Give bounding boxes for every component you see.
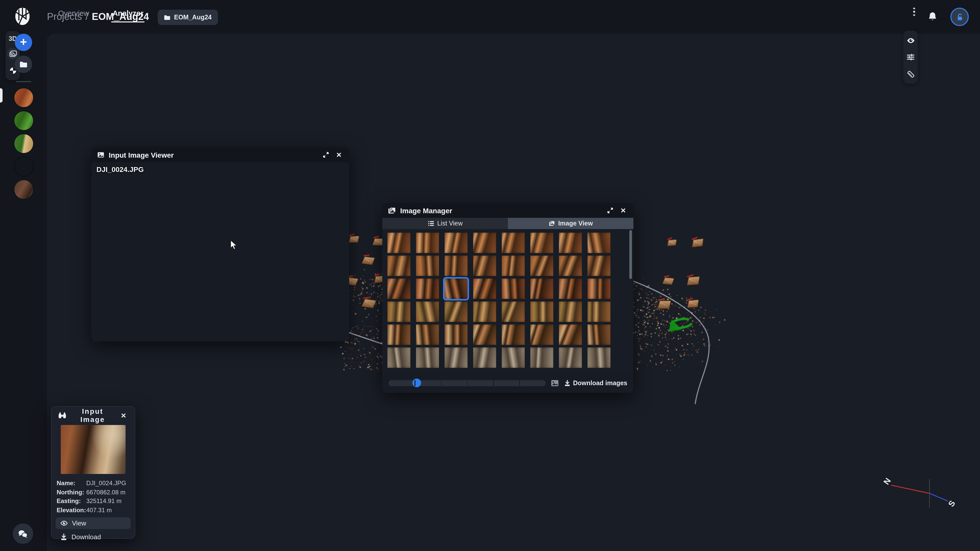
image-thumbnail-r3c7[interactable] (559, 279, 582, 299)
image-thumbnail-r3c6[interactable] (530, 279, 553, 299)
app-logo[interactable] (13, 6, 32, 26)
image-thumbnail-r1c4[interactable] (473, 233, 496, 253)
image-thumbnail-r2c2[interactable] (416, 256, 439, 276)
image-thumbnail-r6c2[interactable] (416, 348, 439, 368)
input-panel-close-button[interactable]: × (119, 411, 128, 420)
image-thumbnail-r4c4[interactable] (473, 302, 496, 322)
manager-tab-image-view[interactable]: Image View (508, 218, 633, 229)
sidebar-divider (16, 81, 31, 82)
viewer-image[interactable]: DJI_0024.JPG (91, 162, 349, 341)
image-thumbnail-r1c5[interactable] (502, 233, 525, 253)
filters-sliders-icon[interactable] (905, 52, 916, 63)
binoculars-icon (58, 412, 66, 419)
image-thumbnail-r6c8[interactable] (587, 348, 611, 368)
image-thumbnail-r6c5[interactable] (502, 348, 525, 368)
input-image-thumbnail[interactable] (61, 425, 126, 474)
compass-south-label: S (946, 499, 957, 508)
image-thumbnail-r1c6[interactable] (530, 233, 553, 253)
manager-scrollbar[interactable] (629, 230, 632, 279)
image-thumbnail-r3c2[interactable] (416, 279, 439, 299)
viewer-panel-header[interactable]: Input Image Viewer × (91, 148, 349, 162)
image-thumbnail-r5c1[interactable] (387, 324, 410, 345)
image-thumbnail-r1c1[interactable] (387, 233, 410, 253)
viewer-image-filename: DJI_0024.JPG (97, 165, 144, 173)
image-thumbnail-r4c8[interactable] (587, 302, 611, 322)
image-thumbnail-r2c1[interactable] (387, 256, 410, 276)
image-thumbnail-r5c7[interactable] (559, 324, 582, 345)
image-thumbnail-r2c7[interactable] (559, 256, 582, 276)
image-thumbnail-r5c5[interactable] (502, 324, 525, 345)
project-thumbnail-5[interactable] (14, 180, 33, 199)
project-badge[interactable]: EOM_Aug24 (158, 10, 218, 25)
measure-ruler-icon[interactable] (905, 68, 916, 79)
project-thumbnail-2[interactable] (14, 111, 33, 130)
image-thumbnail-r5c2[interactable] (416, 324, 439, 345)
image-thumbnail-r6c7[interactable] (559, 348, 582, 368)
image-thumbnail-r4c3[interactable] (445, 302, 468, 322)
slider-thumb[interactable] (413, 379, 422, 387)
image-thumbnail-r1c8[interactable] (587, 233, 611, 253)
account-lock-button[interactable] (950, 8, 969, 26)
image-thumbnail-r4c1[interactable] (387, 302, 410, 322)
view-eye-icon (60, 519, 68, 526)
visibility-eye-icon[interactable] (905, 35, 916, 46)
viewer-expand-button[interactable] (321, 150, 330, 159)
manager-tab-list-view[interactable]: List View (382, 218, 508, 229)
image-thumbnail-r5c4[interactable] (473, 324, 496, 345)
add-project-button[interactable]: + (15, 34, 32, 51)
download-button[interactable]: Download (56, 531, 130, 543)
thumbnail-size-icon (550, 380, 558, 386)
viewer-close-button[interactable]: × (334, 150, 344, 159)
compass-gizmo[interactable]: N S (868, 467, 980, 523)
thumbnail-size-slider[interactable] (388, 380, 546, 386)
chat-support-button[interactable] (13, 524, 33, 544)
image-thumbnail-r6c4[interactable] (473, 348, 496, 368)
manager-panel-title: Image Manager (400, 206, 452, 214)
input-image-viewer-panel: Input Image Viewer × DJI_0024.JPG (91, 148, 349, 341)
image-thumbnail-r1c3[interactable] (445, 233, 468, 253)
image-thumbnail-r2c4[interactable] (473, 256, 496, 276)
input-panel-title: Input Image (71, 407, 115, 424)
image-thumbnail-r5c3[interactable] (445, 324, 468, 345)
image-thumbnail-r3c8[interactable] (587, 279, 611, 299)
active-project-indicator (0, 88, 3, 103)
manager-expand-button[interactable] (605, 206, 614, 215)
image-thumbnail-r6c6[interactable] (530, 348, 553, 368)
image-thumbnail-r4c6[interactable] (530, 302, 553, 322)
image-thumbnail-r6c3[interactable] (445, 348, 468, 368)
manager-thumbnail-grid (382, 229, 633, 373)
image-thumbnail-r5c8[interactable] (587, 324, 611, 345)
breadcrumb[interactable]: Projects / EOM_Aug24 (47, 0, 149, 34)
image-thumbnail-r2c6[interactable] (530, 256, 553, 276)
image-thumbnail-r6c1[interactable] (387, 348, 410, 368)
image-thumbnail-r2c5[interactable] (502, 256, 525, 276)
slider-tick (441, 380, 442, 386)
project-thumbnail-4[interactable] (14, 157, 33, 176)
unlock-icon (955, 13, 964, 21)
image-thumbnail-r3c4[interactable] (473, 279, 496, 299)
manager-panel-header[interactable]: Image Manager × (382, 203, 633, 218)
image-thumbnail-r1c2[interactable] (416, 233, 439, 253)
project-thumbnail-1[interactable] (14, 88, 33, 107)
image-thumbnail-r4c5[interactable] (502, 302, 525, 322)
breadcrumb-root[interactable]: Projects (47, 11, 82, 22)
compass-north-label: N (882, 476, 893, 486)
download-images-button[interactable]: Download images (564, 380, 627, 386)
notifications-bell-icon[interactable] (927, 11, 938, 22)
image-thumbnail-r5c6[interactable] (530, 324, 553, 345)
image-thumbnail-r1c7[interactable] (559, 233, 582, 253)
manager-close-button[interactable]: × (619, 206, 628, 215)
image-thumbnail-r4c2[interactable] (416, 302, 439, 322)
project-thumbnail-3[interactable] (14, 134, 33, 153)
image-thumbnail-r4c7[interactable] (559, 302, 582, 322)
image-thumbnail-selected[interactable] (445, 279, 468, 299)
detail-row-name: Name:DJI_0024.JPG (57, 480, 130, 487)
image-thumbnail-r3c5[interactable] (502, 279, 525, 299)
view-button[interactable]: View (56, 517, 130, 529)
image-thumbnail-r3c1[interactable] (387, 279, 410, 299)
projects-folder-button[interactable] (15, 56, 32, 73)
detail-row-northing: Northing:6670862.08 m (57, 489, 130, 495)
image-thumbnail-r2c8[interactable] (587, 256, 611, 276)
breadcrumb-project: EOM_Aug24 (92, 11, 149, 22)
image-thumbnail-r2c3[interactable] (445, 256, 468, 276)
